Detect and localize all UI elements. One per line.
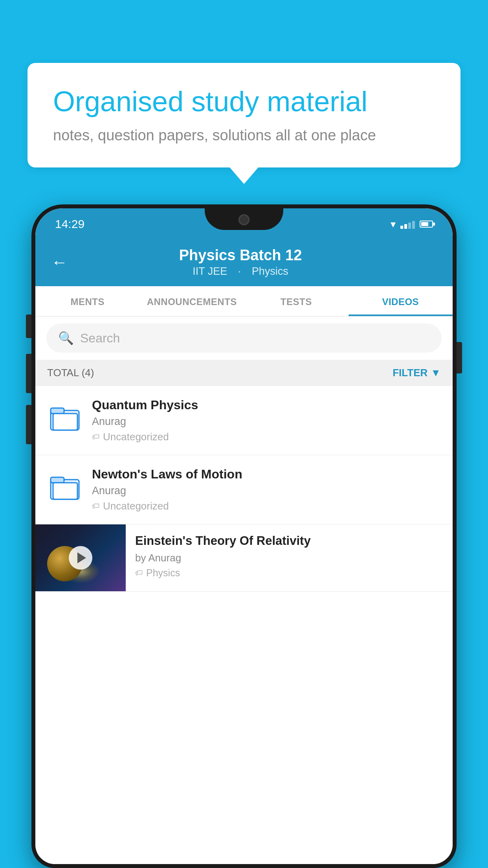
video-tag-text-einstein: Physics bbox=[146, 567, 180, 579]
tag-icon-newton: 🏷 bbox=[92, 502, 100, 511]
video-thumbnail-einstein bbox=[35, 524, 126, 591]
play-button[interactable] bbox=[69, 546, 92, 570]
video-author-einstein: by Anurag bbox=[135, 552, 443, 564]
filter-button[interactable]: FILTER ▼ bbox=[393, 367, 441, 379]
svg-rect-4 bbox=[51, 477, 64, 483]
video-info-einstein: Einstein's Theory Of Relativity by Anura… bbox=[126, 524, 453, 587]
filter-bar: TOTAL (4) FILTER ▼ bbox=[35, 360, 453, 386]
search-bar[interactable]: 🔍 Search bbox=[46, 324, 442, 353]
wifi-icon: ▾ bbox=[391, 218, 396, 230]
power-button[interactable] bbox=[457, 342, 462, 373]
tab-ments[interactable]: MENTS bbox=[35, 286, 140, 316]
signal-icon bbox=[400, 219, 415, 229]
bubble-subtitle: notes, question papers, solutions all at… bbox=[53, 127, 435, 144]
search-icon: 🔍 bbox=[58, 331, 74, 346]
tag-icon-quantum: 🏷 bbox=[92, 432, 100, 441]
header-subtitle: IIT JEE · Physics bbox=[79, 265, 402, 278]
volume-silent-button[interactable] bbox=[26, 314, 31, 338]
speech-bubble: Organised study material notes, question… bbox=[28, 63, 460, 167]
content-area: Quantum Physics Anurag 🏷 Uncategorized bbox=[35, 386, 453, 864]
phone-notch bbox=[205, 208, 283, 230]
svg-rect-2 bbox=[53, 414, 77, 430]
list-item[interactable]: Quantum Physics Anurag 🏷 Uncategorized bbox=[35, 386, 453, 455]
svg-rect-1 bbox=[51, 408, 64, 414]
video-tag-text-quantum: Uncategorized bbox=[103, 431, 169, 443]
speech-bubble-container: Organised study material notes, question… bbox=[28, 63, 460, 167]
volume-down-button[interactable] bbox=[26, 405, 31, 444]
video-author-quantum: Anurag bbox=[92, 416, 441, 428]
tab-announcements[interactable]: ANNOUNCEMENTS bbox=[140, 286, 244, 316]
video-tag-quantum: 🏷 Uncategorized bbox=[92, 431, 441, 443]
battery-icon bbox=[420, 221, 433, 228]
header-subtitle-physics: Physics bbox=[252, 265, 288, 277]
video-title-quantum: Quantum Physics bbox=[92, 398, 441, 412]
header-title-area: Physics Batch 12 IIT JEE · Physics bbox=[79, 247, 402, 278]
phone-outer: 14:29 ▾ bbox=[31, 204, 457, 868]
tabs-bar: MENTS ANNOUNCEMENTS TESTS VIDEOS bbox=[35, 286, 453, 316]
search-bar-wrapper: 🔍 Search bbox=[35, 316, 453, 360]
back-button[interactable]: ← bbox=[51, 253, 68, 272]
camera-notch bbox=[238, 214, 250, 225]
video-tag-einstein: 🏷 Physics bbox=[135, 567, 443, 579]
list-item[interactable]: Einstein's Theory Of Relativity by Anura… bbox=[35, 524, 453, 592]
filter-label: FILTER bbox=[393, 367, 427, 379]
video-title-newton: Newton's Laws of Motion bbox=[92, 467, 441, 482]
header-title: Physics Batch 12 bbox=[79, 247, 402, 264]
play-triangle-icon bbox=[77, 552, 86, 563]
phone-screen: 14:29 ▾ bbox=[35, 208, 453, 864]
volume-up-button[interactable] bbox=[26, 354, 31, 393]
video-folder-icon-newton bbox=[47, 469, 83, 504]
status-time: 14:29 bbox=[55, 217, 84, 231]
video-title-einstein: Einstein's Theory Of Relativity bbox=[135, 533, 443, 549]
video-author-newton: Anurag bbox=[92, 485, 441, 497]
video-info-quantum: Quantum Physics Anurag 🏷 Uncategorized bbox=[92, 398, 441, 443]
video-tag-newton: 🏷 Uncategorized bbox=[92, 500, 441, 512]
header-subtitle-iit: IIT JEE bbox=[193, 265, 227, 277]
status-icons: ▾ bbox=[391, 218, 433, 230]
tab-tests[interactable]: TESTS bbox=[244, 286, 349, 316]
search-input[interactable]: Search bbox=[80, 331, 120, 346]
bubble-title: Organised study material bbox=[53, 85, 435, 118]
phone-container: 14:29 ▾ bbox=[31, 204, 457, 868]
video-tag-text-newton: Uncategorized bbox=[103, 500, 169, 512]
status-bar: 14:29 ▾ bbox=[35, 208, 453, 240]
header-subtitle-sep: · bbox=[238, 265, 244, 277]
app-header: ← Physics Batch 12 IIT JEE · Physics bbox=[35, 240, 453, 286]
list-item[interactable]: Newton's Laws of Motion Anurag 🏷 Uncateg… bbox=[35, 455, 453, 524]
tab-videos[interactable]: VIDEOS bbox=[349, 286, 453, 316]
filter-funnel-icon: ▼ bbox=[431, 367, 441, 379]
total-count: TOTAL (4) bbox=[47, 367, 94, 379]
svg-rect-5 bbox=[53, 483, 77, 499]
video-folder-icon-quantum bbox=[47, 400, 83, 435]
video-info-newton: Newton's Laws of Motion Anurag 🏷 Uncateg… bbox=[92, 467, 441, 512]
tag-icon-einstein: 🏷 bbox=[135, 568, 143, 577]
